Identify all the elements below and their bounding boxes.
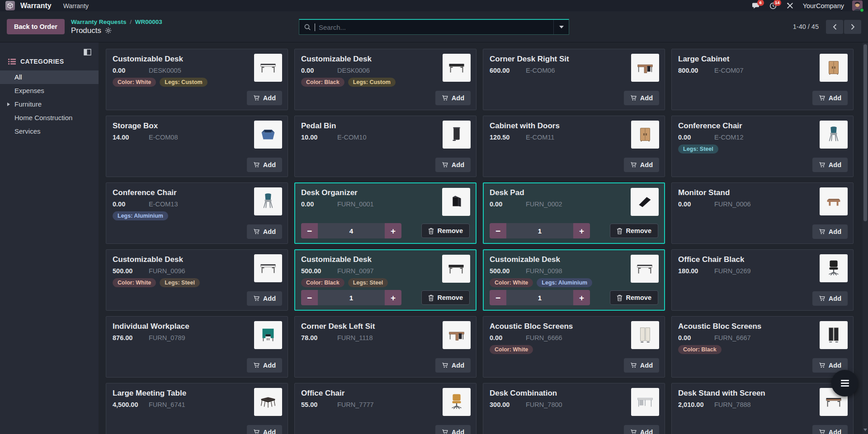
product-thumbnail[interactable] bbox=[442, 255, 470, 283]
cart-icon bbox=[819, 95, 826, 101]
product-thumbnail[interactable] bbox=[254, 121, 282, 149]
add-to-order-button[interactable]: Add bbox=[812, 158, 848, 172]
product-thumbnail[interactable] bbox=[820, 187, 848, 215]
product-thumbnail[interactable] bbox=[254, 254, 282, 282]
product-code: E-COM07 bbox=[714, 67, 743, 74]
scrollbar-thumb[interactable] bbox=[863, 44, 867, 221]
product-thumbnail[interactable] bbox=[442, 188, 470, 216]
product-thumbnail[interactable] bbox=[443, 54, 471, 82]
quantity-stepper: −+ bbox=[490, 223, 590, 238]
product-thumbnail[interactable] bbox=[631, 121, 659, 149]
pager-next-button[interactable] bbox=[844, 20, 861, 34]
product-thumbnail[interactable] bbox=[631, 255, 659, 283]
scrollbar-down-arrow[interactable] bbox=[863, 429, 867, 431]
search-input[interactable] bbox=[319, 23, 549, 31]
add-to-order-button[interactable]: Add bbox=[812, 291, 848, 306]
quantity-input[interactable] bbox=[318, 223, 385, 238]
quantity-input[interactable] bbox=[506, 223, 573, 238]
add-to-order-button[interactable]: Add bbox=[247, 358, 282, 373]
cart-icon bbox=[253, 362, 260, 369]
sidebar-item-services[interactable]: Services bbox=[0, 125, 99, 138]
quantity-controls: −+Remove bbox=[490, 223, 658, 238]
product-thumbnail[interactable] bbox=[254, 321, 282, 349]
add-to-order-button[interactable]: Add bbox=[812, 425, 848, 434]
product-thumbnail[interactable] bbox=[443, 321, 471, 349]
quantity-input[interactable] bbox=[506, 290, 573, 305]
product-thumbnail[interactable] bbox=[820, 54, 848, 82]
product-thumbnail[interactable] bbox=[254, 388, 282, 416]
product-thumbnail[interactable] bbox=[820, 321, 848, 349]
product-thumbnail[interactable] bbox=[820, 121, 848, 149]
app-name[interactable]: Warranty bbox=[20, 2, 52, 10]
quantity-decrease-button[interactable]: − bbox=[301, 223, 318, 238]
user-avatar[interactable] bbox=[852, 0, 863, 11]
top-navbar: Warranty Warranty 6 14 YourCompany bbox=[0, 0, 868, 11]
product-price: 500.00 bbox=[113, 267, 141, 275]
sidebar-item-all[interactable]: All bbox=[0, 70, 99, 84]
add-to-order-button[interactable]: Add bbox=[812, 224, 848, 239]
add-to-order-button[interactable]: Add bbox=[624, 358, 659, 373]
breadcrumb: Warranty Requests / WR00003 Products bbox=[71, 19, 162, 35]
product-thumbnail[interactable] bbox=[443, 388, 471, 416]
product-code: FURN_0789 bbox=[149, 334, 185, 341]
add-to-order-button[interactable]: Add bbox=[435, 91, 471, 105]
quantity-decrease-button[interactable]: − bbox=[301, 290, 318, 305]
search-options-toggle[interactable] bbox=[553, 20, 569, 34]
add-to-order-button[interactable]: Add bbox=[435, 158, 471, 172]
product-thumbnail[interactable] bbox=[631, 321, 659, 349]
add-to-order-button[interactable]: Add bbox=[247, 91, 282, 105]
activities-icon[interactable]: 14 bbox=[769, 2, 778, 10]
search-icon bbox=[304, 23, 311, 31]
breadcrumb-warranty-requests[interactable]: Warranty Requests bbox=[71, 19, 127, 25]
remove-from-order-button[interactable]: Remove bbox=[421, 290, 470, 305]
product-thumbnail[interactable] bbox=[631, 54, 659, 82]
tools-icon[interactable] bbox=[786, 2, 795, 10]
quantity-decrease-button[interactable]: − bbox=[490, 223, 506, 238]
add-to-order-button[interactable]: Add bbox=[624, 91, 659, 105]
add-to-order-button[interactable]: Add bbox=[247, 425, 282, 434]
breadcrumb-current[interactable]: WR00003 bbox=[135, 19, 162, 25]
add-to-order-button[interactable]: Add bbox=[435, 425, 471, 434]
sidebar-item-furniture[interactable]: Furniture bbox=[0, 98, 99, 111]
quantity-increase-button[interactable]: + bbox=[385, 223, 401, 238]
add-to-order-button[interactable]: Add bbox=[435, 358, 471, 373]
remove-from-order-button[interactable]: Remove bbox=[610, 224, 658, 238]
add-to-order-button[interactable]: Add bbox=[247, 291, 282, 306]
product-thumbnail[interactable] bbox=[254, 187, 282, 215]
cart-icon bbox=[630, 95, 637, 101]
add-to-order-button[interactable]: Add bbox=[624, 425, 659, 434]
remove-from-order-button[interactable]: Remove bbox=[421, 224, 470, 238]
expand-caret-icon[interactable] bbox=[7, 103, 10, 106]
sidebar-item-expenses[interactable]: Expenses bbox=[0, 84, 99, 98]
product-thumbnail[interactable] bbox=[443, 121, 471, 149]
sidebar-item-home-construction[interactable]: Home Construction bbox=[0, 111, 99, 125]
add-to-order-button[interactable]: Add bbox=[812, 91, 848, 105]
quantity-increase-button[interactable]: + bbox=[385, 290, 401, 305]
remove-from-order-button[interactable]: Remove bbox=[610, 290, 658, 305]
quantity-increase-button[interactable]: + bbox=[573, 223, 590, 238]
breadcrumb-separator: / bbox=[128, 19, 133, 25]
vertical-scrollbar[interactable] bbox=[863, 42, 868, 434]
add-to-order-button[interactable]: Add bbox=[624, 158, 659, 172]
product-thumbnail[interactable] bbox=[820, 254, 848, 282]
company-switcher[interactable]: YourCompany bbox=[803, 2, 844, 9]
back-to-order-button[interactable]: Back to Order bbox=[7, 19, 65, 34]
floating-menu-button[interactable] bbox=[831, 370, 858, 397]
quantity-input[interactable] bbox=[318, 290, 385, 305]
product-thumbnail[interactable] bbox=[254, 54, 282, 82]
add-button-label: Add bbox=[263, 295, 276, 302]
nav-menu-warranty[interactable]: Warranty bbox=[63, 2, 89, 9]
panel-toggle-icon[interactable] bbox=[84, 49, 91, 57]
pager-previous-button[interactable] bbox=[826, 20, 843, 34]
quantity-decrease-button[interactable]: − bbox=[490, 290, 506, 305]
gear-icon[interactable] bbox=[105, 27, 112, 34]
product-thumbnail[interactable] bbox=[631, 388, 659, 416]
product-thumbnail[interactable] bbox=[631, 188, 659, 216]
product-code: FURN_0097 bbox=[337, 267, 374, 275]
messages-icon[interactable]: 6 bbox=[751, 2, 760, 10]
add-to-order-button[interactable]: Add bbox=[247, 224, 282, 239]
app-cube-icon[interactable] bbox=[5, 1, 15, 10]
add-to-order-button[interactable]: Add bbox=[247, 158, 282, 172]
quantity-increase-button[interactable]: + bbox=[573, 290, 590, 305]
hamburger-menu-icon bbox=[841, 380, 849, 381]
